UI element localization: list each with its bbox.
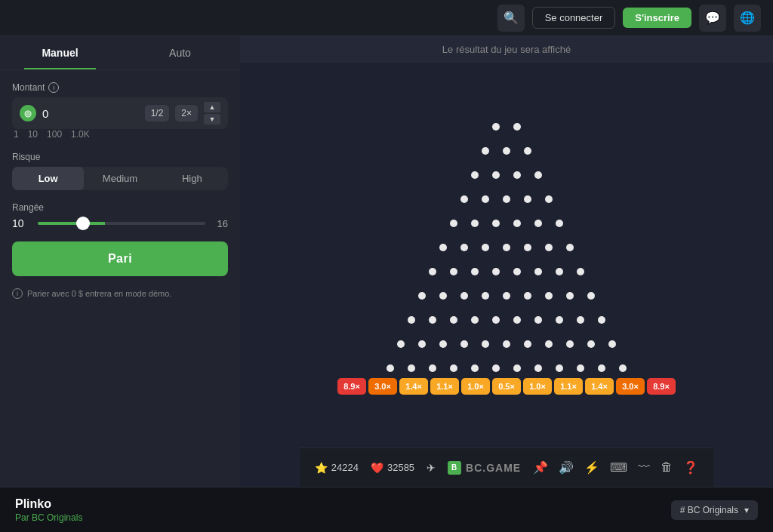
- plinko-board: 8.9×3.0×1.4×1.1×1.0×0.5×1.0×1.1×1.4×3.0×…: [240, 63, 773, 447]
- peg: [566, 244, 574, 251]
- language-button[interactable]: 🌐: [734, 5, 761, 32]
- share-stat[interactable]: ✈: [427, 462, 436, 474]
- peg-row-5: [450, 220, 563, 227]
- quick-amount-1[interactable]: 1: [14, 129, 19, 140]
- peg: [503, 195, 510, 203]
- peg: [577, 268, 584, 275]
- risk-buttons: Low Medium High: [12, 167, 228, 190]
- amount-label: Montant i: [12, 82, 228, 93]
- stats-icon[interactable]: 〰: [638, 460, 650, 475]
- brand-name: BC.GAME: [466, 462, 521, 474]
- peg: [471, 316, 479, 324]
- peg: [545, 244, 553, 251]
- register-button[interactable]: S'inscrire: [623, 8, 691, 28]
- peg: [492, 123, 500, 131]
- amount-input[interactable]: [42, 107, 139, 120]
- peg: [408, 364, 415, 372]
- keyboard-icon[interactable]: ⌨: [610, 460, 627, 475]
- peg: [524, 340, 531, 348]
- star-icon: ⭐: [315, 462, 328, 474]
- bottom-bar: ⭐ 24224 ❤️ 32585 ✈ B BC.GAME 📌 🔊 ⚡ ⌨ 〰 🗑: [300, 447, 713, 487]
- risk-section: Risque Low Medium High: [12, 152, 228, 190]
- peg: [386, 364, 394, 372]
- chat-button[interactable]: 💬: [699, 5, 726, 32]
- search-button[interactable]: 🔍: [497, 5, 525, 32]
- half-button[interactable]: 1/2: [145, 105, 170, 121]
- risk-low[interactable]: Low: [12, 167, 84, 190]
- peg-row-11: [386, 364, 627, 372]
- stepper-up[interactable]: ▲: [204, 102, 220, 112]
- peg: [513, 268, 521, 275]
- peg: [492, 171, 500, 179]
- peg: [577, 364, 584, 372]
- demo-info-icon: i: [12, 288, 23, 299]
- peg: [503, 244, 510, 251]
- multiplier-cell: 3.0×: [368, 378, 397, 395]
- quick-amount-10[interactable]: 10: [28, 129, 38, 140]
- peg: [608, 340, 616, 348]
- multiplier-cell: 8.9×: [647, 378, 676, 395]
- brand-logo: B: [448, 461, 461, 475]
- game-result-bar: Le résultat du jeu sera affiché: [240, 36, 773, 63]
- bet-button[interactable]: Pari: [12, 241, 228, 276]
- amount-row: ◎ 1/2 2× ▲ ▼: [12, 97, 228, 129]
- peg: [587, 340, 595, 348]
- peg: [513, 364, 521, 372]
- amount-section: Montant i ◎ 1/2 2× ▲ ▼ 1 10 100: [12, 82, 228, 140]
- peg: [492, 268, 500, 275]
- quick-amount-100[interactable]: 100: [47, 129, 62, 140]
- range-slider[interactable]: [38, 222, 205, 225]
- navbar: 🔍 Se connecter S'inscrire 💬 🌐: [0, 0, 773, 36]
- share-icon: ✈: [427, 462, 436, 474]
- peg: [450, 364, 457, 372]
- peg: [503, 292, 510, 300]
- risk-medium[interactable]: Medium: [84, 167, 156, 190]
- peg: [471, 268, 479, 275]
- quick-amount-1k[interactable]: 1.0K: [71, 129, 90, 140]
- tab-auto[interactable]: Auto: [120, 36, 240, 69]
- peg-row-8: [418, 292, 595, 300]
- peg: [524, 244, 531, 251]
- stepper-down[interactable]: ▼: [204, 114, 220, 125]
- heart-icon: ❤️: [371, 462, 383, 474]
- category-badge[interactable]: # BC Originals ▾: [671, 500, 758, 520]
- peg: [513, 123, 521, 131]
- help-icon[interactable]: ❓: [683, 460, 698, 475]
- peg-row-10: [397, 340, 616, 348]
- tab-manual[interactable]: Manuel: [0, 36, 120, 69]
- peg: [503, 147, 510, 155]
- originals-link[interactable]: BC Originals: [32, 512, 82, 523]
- multipliers-row: 8.9×3.0×1.4×1.1×1.0×0.5×1.0×1.1×1.4×3.0×…: [337, 378, 676, 395]
- coin-icon: ◎: [20, 105, 36, 121]
- range-row: 10 16: [12, 217, 228, 229]
- peg: [513, 220, 521, 227]
- multiplier-cell: 0.5×: [492, 378, 521, 395]
- risk-high[interactable]: High: [156, 167, 228, 190]
- double-button[interactable]: 2×: [175, 105, 198, 121]
- lightning-icon[interactable]: ⚡: [584, 460, 599, 475]
- game-area: Le résultat du jeu sera affiché: [240, 36, 773, 487]
- multiplier-cell: 8.9×: [337, 378, 366, 395]
- peg: [566, 340, 574, 348]
- range-max: 16: [213, 218, 228, 229]
- star-count: 24224: [331, 462, 359, 473]
- trash-icon[interactable]: 🗑: [661, 460, 673, 475]
- amount-info-icon[interactable]: i: [48, 82, 59, 93]
- pin-icon[interactable]: 📌: [533, 460, 548, 475]
- multiplier-cell: 1.0×: [461, 378, 490, 395]
- peg: [545, 340, 553, 348]
- peg: [566, 292, 574, 300]
- peg: [556, 220, 563, 227]
- sound-icon[interactable]: 🔊: [559, 460, 574, 475]
- game-title: Plinko: [15, 497, 82, 511]
- peg: [534, 364, 542, 372]
- range-section: Rangée 10 16: [12, 202, 228, 229]
- peg: [587, 292, 595, 300]
- peg: [460, 292, 468, 300]
- brand-center: B BC.GAME: [448, 461, 521, 475]
- range-label: Rangée: [12, 202, 228, 213]
- peg-row-1: [492, 123, 521, 131]
- peg: [577, 316, 584, 324]
- peg: [460, 340, 468, 348]
- login-button[interactable]: Se connecter: [532, 7, 616, 29]
